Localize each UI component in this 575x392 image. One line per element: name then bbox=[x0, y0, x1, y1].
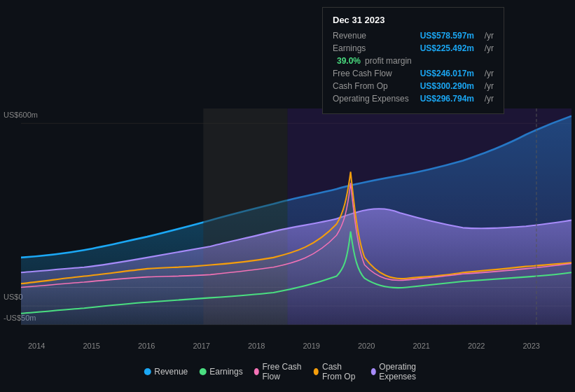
x-label-2014: 2014 bbox=[28, 342, 45, 350]
legend-label-earnings: Earnings bbox=[209, 367, 242, 377]
tooltip-value-cfo: US$300.290m bbox=[420, 81, 474, 91]
chart-container: Dec 31 2023 Revenue US$578.597m /yr Earn… bbox=[0, 0, 575, 392]
x-label-2016: 2016 bbox=[138, 342, 155, 350]
legend-label-fcf: Free Cash Flow bbox=[262, 362, 303, 382]
legend-label-opex: Operating Expenses bbox=[379, 362, 431, 382]
tooltip-row-revenue: Revenue US$578.597m /yr bbox=[333, 31, 494, 41]
legend-item-cfo[interactable]: Cash From Op bbox=[314, 362, 359, 382]
x-label-2018: 2018 bbox=[248, 342, 265, 350]
legend-item-revenue[interactable]: Revenue bbox=[144, 367, 188, 377]
tooltip-value-opex: US$296.794m bbox=[420, 94, 474, 104]
tooltip: Dec 31 2023 Revenue US$578.597m /yr Earn… bbox=[322, 7, 504, 114]
chart-svg bbox=[21, 108, 571, 340]
chart-legend: Revenue Earnings Free Cash Flow Cash Fro… bbox=[144, 362, 431, 382]
x-label-2019: 2019 bbox=[303, 342, 320, 350]
tooltip-label-cfo: Cash From Op bbox=[333, 81, 410, 91]
legend-dot-revenue bbox=[144, 368, 151, 375]
legend-dot-opex bbox=[370, 368, 375, 375]
tooltip-label-earnings: Earnings bbox=[333, 43, 410, 53]
tooltip-date: Dec 31 2023 bbox=[333, 15, 494, 25]
legend-item-fcf[interactable]: Free Cash Flow bbox=[254, 362, 303, 382]
x-label-2022: 2022 bbox=[468, 342, 485, 350]
x-label-2023: 2023 bbox=[523, 342, 540, 350]
tooltip-label-fcf: Free Cash Flow bbox=[333, 69, 410, 78]
tooltip-row-cfo: Cash From Op US$300.290m /yr bbox=[333, 81, 494, 91]
tooltip-value-revenue: US$578.597m bbox=[420, 31, 474, 41]
x-label-2015: 2015 bbox=[83, 342, 100, 350]
tooltip-row-fcf: Free Cash Flow US$246.017m /yr bbox=[333, 69, 494, 78]
legend-label-cfo: Cash From Op bbox=[322, 362, 360, 382]
tooltip-label-opex: Operating Expenses bbox=[333, 94, 410, 104]
legend-dot-earnings bbox=[199, 368, 206, 375]
x-label-2017: 2017 bbox=[193, 342, 210, 350]
legend-dot-cfo bbox=[314, 368, 319, 375]
legend-item-earnings[interactable]: Earnings bbox=[199, 367, 242, 377]
legend-label-revenue: Revenue bbox=[154, 367, 188, 377]
legend-dot-fcf bbox=[254, 368, 259, 375]
tooltip-row-opex: Operating Expenses US$296.794m /yr bbox=[333, 94, 494, 104]
profit-margin-label: profit margin bbox=[365, 56, 412, 66]
tooltip-label-revenue: Revenue bbox=[333, 31, 410, 41]
profit-margin-pct: 39.0% bbox=[337, 56, 361, 66]
tooltip-value-fcf: US$246.017m bbox=[420, 69, 474, 78]
profit-margin: 39.0% profit margin bbox=[333, 56, 494, 66]
legend-item-opex[interactable]: Operating Expenses bbox=[370, 362, 431, 382]
chart-area bbox=[21, 108, 571, 340]
tooltip-row-earnings: Earnings US$225.492m /yr bbox=[333, 43, 494, 53]
x-axis-labels: 2014 2015 2016 2017 2018 2019 2020 2021 … bbox=[0, 342, 575, 350]
tooltip-value-earnings: US$225.492m bbox=[420, 43, 474, 53]
y-label-0: US$0 bbox=[4, 293, 23, 301]
x-label-2020: 2020 bbox=[358, 342, 375, 350]
x-label-2021: 2021 bbox=[413, 342, 430, 350]
